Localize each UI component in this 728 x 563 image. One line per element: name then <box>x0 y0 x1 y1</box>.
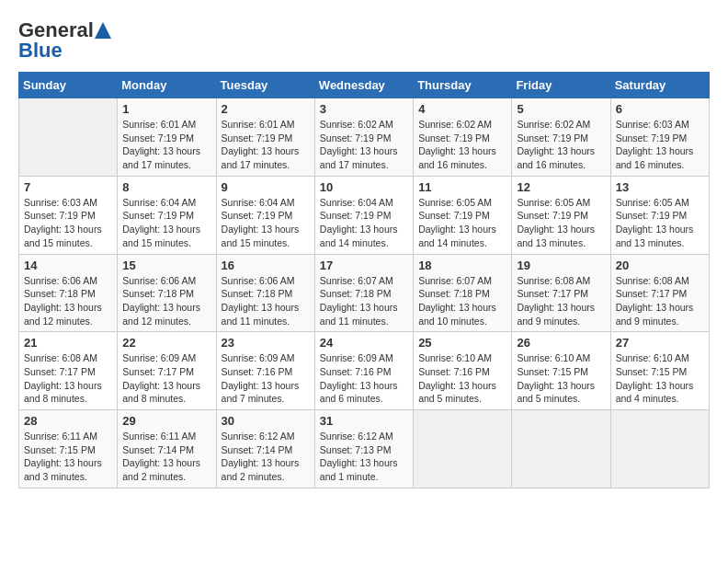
day-info: Sunrise: 6:03 AM Sunset: 7:19 PM Dayligh… <box>616 118 704 172</box>
day-info: Sunrise: 6:08 AM Sunset: 7:17 PM Dayligh… <box>517 274 605 328</box>
day-number: 11 <box>418 180 506 194</box>
day-number: 10 <box>320 180 408 194</box>
calendar-cell: 29Sunrise: 6:11 AM Sunset: 7:14 PM Dayli… <box>118 410 216 488</box>
day-info: Sunrise: 6:05 AM Sunset: 7:19 PM Dayligh… <box>418 196 506 250</box>
day-number: 9 <box>222 180 310 194</box>
calendar-cell: 3Sunrise: 6:02 AM Sunset: 7:19 PM Daylig… <box>314 98 413 177</box>
calendar-cell: 18Sunrise: 6:07 AM Sunset: 7:18 PM Dayli… <box>414 254 512 332</box>
day-info: Sunrise: 6:01 AM Sunset: 7:19 PM Dayligh… <box>222 118 310 172</box>
day-number: 1 <box>122 102 210 116</box>
day-info: Sunrise: 6:04 AM Sunset: 7:19 PM Dayligh… <box>222 196 310 250</box>
calendar-cell: 20Sunrise: 6:08 AM Sunset: 7:17 PM Dayli… <box>610 254 709 332</box>
calendar-cell: 15Sunrise: 6:06 AM Sunset: 7:18 PM Dayli… <box>118 254 216 332</box>
calendar-cell: 12Sunrise: 6:05 AM Sunset: 7:19 PM Dayli… <box>512 176 610 254</box>
day-info: Sunrise: 6:02 AM Sunset: 7:19 PM Dayligh… <box>418 118 506 172</box>
calendar-cell: 19Sunrise: 6:08 AM Sunset: 7:17 PM Dayli… <box>512 254 610 332</box>
day-number: 28 <box>24 414 112 428</box>
day-number: 8 <box>122 180 210 194</box>
day-number: 20 <box>616 259 704 272</box>
page-header: General Blue <box>18 18 710 63</box>
calendar-cell <box>512 410 610 488</box>
calendar-cell: 11Sunrise: 6:05 AM Sunset: 7:19 PM Dayli… <box>414 176 512 254</box>
calendar-week-4: 21Sunrise: 6:08 AM Sunset: 7:17 PM Dayli… <box>19 332 710 410</box>
calendar-cell: 30Sunrise: 6:12 AM Sunset: 7:14 PM Dayli… <box>216 410 314 488</box>
day-info: Sunrise: 6:09 AM Sunset: 7:16 PM Dayligh… <box>222 351 310 406</box>
logo-blue-text: Blue <box>18 39 63 63</box>
day-number: 5 <box>517 102 605 116</box>
calendar-cell: 17Sunrise: 6:07 AM Sunset: 7:18 PM Dayli… <box>314 254 413 332</box>
day-number: 19 <box>517 259 605 272</box>
day-number: 26 <box>517 336 605 350</box>
day-info: Sunrise: 6:01 AM Sunset: 7:19 PM Dayligh… <box>122 118 210 172</box>
weekday-header-thursday: Thursday <box>414 73 512 98</box>
weekday-header-wednesday: Wednesday <box>314 73 413 98</box>
calendar-body: 1Sunrise: 6:01 AM Sunset: 7:19 PM Daylig… <box>19 98 710 488</box>
day-info: Sunrise: 6:08 AM Sunset: 7:17 PM Dayligh… <box>24 351 112 406</box>
logo: General Blue <box>18 18 112 63</box>
day-info: Sunrise: 6:05 AM Sunset: 7:19 PM Dayligh… <box>616 196 704 250</box>
calendar-cell: 8Sunrise: 6:04 AM Sunset: 7:19 PM Daylig… <box>118 176 216 254</box>
calendar-cell: 25Sunrise: 6:10 AM Sunset: 7:16 PM Dayli… <box>414 332 512 410</box>
day-info: Sunrise: 6:03 AM Sunset: 7:19 PM Dayligh… <box>24 196 112 250</box>
day-number: 6 <box>616 102 704 116</box>
calendar-cell: 31Sunrise: 6:12 AM Sunset: 7:13 PM Dayli… <box>314 410 413 488</box>
calendar-cell: 5Sunrise: 6:02 AM Sunset: 7:19 PM Daylig… <box>512 98 610 177</box>
day-info: Sunrise: 6:12 AM Sunset: 7:13 PM Dayligh… <box>320 430 408 484</box>
day-number: 15 <box>122 259 210 272</box>
calendar-week-1: 1Sunrise: 6:01 AM Sunset: 7:19 PM Daylig… <box>19 98 710 177</box>
calendar-cell: 27Sunrise: 6:10 AM Sunset: 7:15 PM Dayli… <box>610 332 709 410</box>
day-number: 14 <box>24 259 112 272</box>
calendar-cell: 28Sunrise: 6:11 AM Sunset: 7:15 PM Dayli… <box>19 410 118 488</box>
weekday-header-friday: Friday <box>512 73 610 98</box>
calendar-cell: 4Sunrise: 6:02 AM Sunset: 7:19 PM Daylig… <box>414 98 512 177</box>
weekday-header-sunday: Sunday <box>19 73 118 98</box>
day-number: 17 <box>320 259 408 272</box>
day-number: 13 <box>616 180 704 194</box>
day-info: Sunrise: 6:11 AM Sunset: 7:15 PM Dayligh… <box>24 430 112 484</box>
day-info: Sunrise: 6:10 AM Sunset: 7:15 PM Dayligh… <box>616 351 704 406</box>
calendar-cell: 9Sunrise: 6:04 AM Sunset: 7:19 PM Daylig… <box>216 176 314 254</box>
day-number: 12 <box>517 180 605 194</box>
day-number: 30 <box>222 414 310 428</box>
day-info: Sunrise: 6:05 AM Sunset: 7:19 PM Dayligh… <box>517 196 605 250</box>
calendar-cell: 14Sunrise: 6:06 AM Sunset: 7:18 PM Dayli… <box>19 254 118 332</box>
day-number: 2 <box>222 102 310 116</box>
day-info: Sunrise: 6:10 AM Sunset: 7:15 PM Dayligh… <box>517 351 605 406</box>
day-info: Sunrise: 6:04 AM Sunset: 7:19 PM Dayligh… <box>320 196 408 250</box>
day-number: 18 <box>418 259 506 272</box>
calendar-cell: 21Sunrise: 6:08 AM Sunset: 7:17 PM Dayli… <box>19 332 118 410</box>
calendar-cell: 6Sunrise: 6:03 AM Sunset: 7:19 PM Daylig… <box>610 98 709 177</box>
calendar-header: SundayMondayTuesdayWednesdayThursdayFrid… <box>19 73 710 98</box>
day-info: Sunrise: 6:07 AM Sunset: 7:18 PM Dayligh… <box>320 274 408 328</box>
calendar-cell <box>414 410 512 488</box>
day-number: 22 <box>122 336 210 350</box>
calendar-cell <box>19 98 118 177</box>
calendar-cell: 7Sunrise: 6:03 AM Sunset: 7:19 PM Daylig… <box>19 176 118 254</box>
calendar-cell <box>610 410 709 488</box>
calendar-cell: 10Sunrise: 6:04 AM Sunset: 7:19 PM Dayli… <box>314 176 413 254</box>
day-number: 7 <box>24 180 112 194</box>
day-info: Sunrise: 6:12 AM Sunset: 7:14 PM Dayligh… <box>222 430 310 484</box>
calendar-cell: 22Sunrise: 6:09 AM Sunset: 7:17 PM Dayli… <box>118 332 216 410</box>
day-info: Sunrise: 6:04 AM Sunset: 7:19 PM Dayligh… <box>122 196 210 250</box>
day-info: Sunrise: 6:06 AM Sunset: 7:18 PM Dayligh… <box>24 274 112 328</box>
day-info: Sunrise: 6:08 AM Sunset: 7:17 PM Dayligh… <box>616 274 704 328</box>
weekday-header-saturday: Saturday <box>610 73 709 98</box>
svg-marker-0 <box>95 22 111 39</box>
day-number: 21 <box>24 336 112 350</box>
calendar-cell: 1Sunrise: 6:01 AM Sunset: 7:19 PM Daylig… <box>118 98 216 177</box>
day-info: Sunrise: 6:06 AM Sunset: 7:18 PM Dayligh… <box>122 274 210 328</box>
calendar-week-5: 28Sunrise: 6:11 AM Sunset: 7:15 PM Dayli… <box>19 410 710 488</box>
day-info: Sunrise: 6:06 AM Sunset: 7:18 PM Dayligh… <box>222 274 310 328</box>
day-info: Sunrise: 6:02 AM Sunset: 7:19 PM Dayligh… <box>320 118 408 172</box>
calendar-cell: 16Sunrise: 6:06 AM Sunset: 7:18 PM Dayli… <box>216 254 314 332</box>
day-number: 31 <box>320 414 408 428</box>
calendar-week-3: 14Sunrise: 6:06 AM Sunset: 7:18 PM Dayli… <box>19 254 710 332</box>
weekday-header-monday: Monday <box>118 73 216 98</box>
day-number: 3 <box>320 102 408 116</box>
weekday-header-row: SundayMondayTuesdayWednesdayThursdayFrid… <box>19 73 710 98</box>
day-info: Sunrise: 6:09 AM Sunset: 7:16 PM Dayligh… <box>320 351 408 406</box>
day-info: Sunrise: 6:09 AM Sunset: 7:17 PM Dayligh… <box>122 351 210 406</box>
day-number: 24 <box>320 336 408 350</box>
day-number: 29 <box>122 414 210 428</box>
